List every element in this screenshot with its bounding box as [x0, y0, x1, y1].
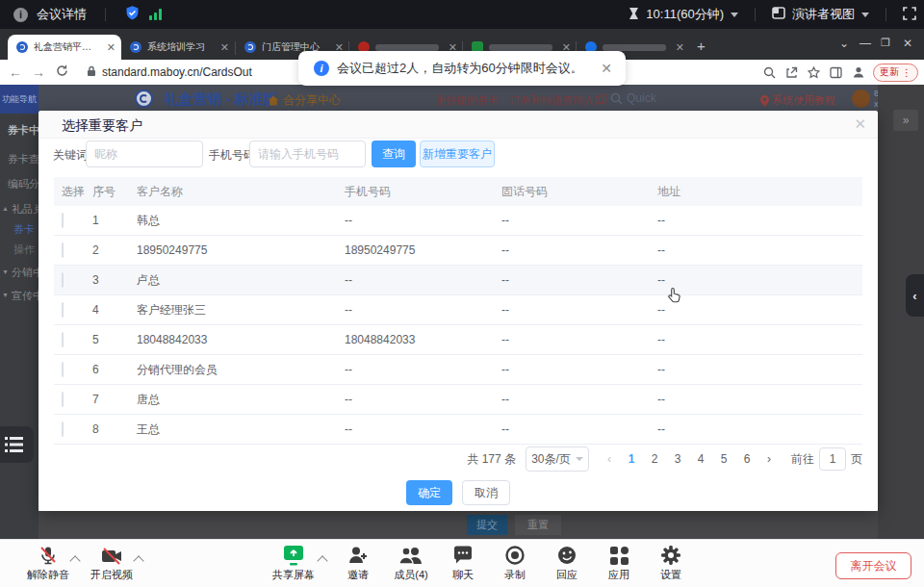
page-size-select[interactable]: 30条/页 [526, 447, 589, 472]
window-restore-button[interactable]: ❐ [881, 37, 890, 49]
reload-icon[interactable] [50, 64, 73, 80]
tab-close-icon[interactable]: ✕ [220, 42, 229, 53]
row-checkbox[interactable] [62, 362, 64, 377]
tab-favicon [130, 41, 141, 53]
window-close-button[interactable]: ✕ [903, 37, 912, 50]
page-1[interactable]: 1 [622, 452, 641, 466]
members-button[interactable]: 成员(4) [380, 544, 442, 582]
tab-close-icon[interactable]: ✕ [107, 42, 116, 53]
caret-down-icon[interactable]: ▼ [2, 268, 9, 275]
meeting-info-icon[interactable]: i [13, 8, 28, 22]
settings-button[interactable]: 设置 [642, 544, 700, 582]
page-3[interactable]: 3 [668, 452, 687, 466]
panel-collapse-button[interactable]: ‹ [906, 274, 924, 317]
row-checkbox[interactable] [62, 421, 64, 437]
sidebar-item-promotion[interactable]: 宣传中 [12, 289, 38, 303]
page-2[interactable]: 2 [645, 452, 664, 466]
timer-dropdown-icon[interactable] [731, 13, 738, 17]
profile-icon[interactable] [851, 65, 865, 80]
avatar[interactable] [852, 89, 870, 108]
row-checkbox[interactable] [62, 242, 64, 258]
search-button[interactable]: 查询 [372, 140, 416, 167]
close-icon[interactable]: ✕ [854, 115, 866, 133]
sidebar-item-coupon-active[interactable]: 券卡 [13, 222, 35, 237]
sidebar-item-distribution[interactable]: 分销中 [12, 266, 38, 280]
toast-close-icon[interactable]: ✕ [587, 61, 626, 76]
phone-input[interactable] [249, 140, 366, 167]
meeting-timer[interactable]: 10:11(60分钟) [646, 6, 724, 23]
lock-icon[interactable] [87, 65, 96, 80]
tab-close-icon[interactable]: ✕ [676, 42, 684, 53]
bookmark-star-icon[interactable] [807, 65, 821, 80]
share-screen-icon [282, 544, 305, 566]
expand-panel-button[interactable]: » [893, 110, 918, 131]
invite-button[interactable]: 邀请 [329, 544, 387, 582]
start-video-button[interactable]: 开启视频 [73, 544, 150, 582]
confirm-button[interactable]: 确定 [406, 480, 452, 505]
caret-up-icon[interactable]: ▲ [2, 205, 9, 212]
record-button[interactable]: 录制 [486, 544, 544, 582]
agenda-list-button[interactable] [0, 426, 34, 463]
browser-tab-2[interactable]: 系统培训学习 ✕ [121, 35, 235, 60]
table-header-row: 选择 序号 客户名称 手机号码 固话号码 地址 [54, 177, 862, 206]
share-page-icon[interactable] [784, 65, 799, 80]
shield-check-icon[interactable] [124, 5, 141, 24]
back-icon[interactable]: ← [4, 64, 27, 80]
prev-page-icon[interactable]: ‹ [601, 452, 618, 466]
network-signal-icon[interactable] [149, 9, 162, 20]
page-4[interactable]: 4 [691, 452, 710, 466]
sidebar-item-gift-redeem[interactable]: 礼品兑 [12, 202, 38, 217]
fullscreen-icon[interactable] [903, 7, 916, 23]
members-icon [398, 544, 424, 566]
tutorial-link[interactable]: 系统使用教程 [760, 93, 835, 108]
row-checkbox[interactable] [62, 302, 64, 318]
quick-search[interactable]: Quick [599, 91, 656, 105]
sidebar-item-operation[interactable]: 操作 [13, 242, 35, 257]
browser-update-button[interactable]: 更新 ⋮ [873, 64, 918, 82]
caret-down-icon[interactable]: ▼ [2, 292, 9, 298]
add-customer-button[interactable]: 新增重要客户 [420, 140, 495, 167]
view-dropdown-icon[interactable] [861, 13, 869, 17]
apps-button[interactable]: 应用 [590, 544, 648, 582]
background-reset-button[interactable]: 重置 [515, 515, 561, 535]
meeting-details-label[interactable]: 会议详情 [37, 6, 87, 23]
page-5[interactable]: 5 [714, 452, 733, 466]
row-checkbox[interactable] [62, 392, 64, 407]
chat-button[interactable]: 聊天 [434, 544, 492, 582]
side-panel-icon[interactable] [829, 65, 843, 80]
sidebar-item-coupon-query[interactable]: 券卡查 [8, 152, 38, 166]
pagination: 共 177 条 30条/页 ‹ 1 2 3 4 5 6 › 前往 页 [467, 445, 862, 473]
phone-label: 手机号码 [209, 147, 255, 164]
app-header: 功能导航 礼盒营销 - 标准版 合分享中心 更快捷的券卡、订单和快递查询入口 Q… [0, 85, 924, 114]
leave-meeting-button[interactable]: 离开会议 [835, 552, 911, 579]
url-text[interactable]: standard.maboy.cn/CardsOut [102, 65, 252, 79]
share-screen-button[interactable]: 共享屏幕 [255, 544, 332, 582]
cancel-button[interactable]: 取消 [462, 480, 510, 505]
new-tab-button[interactable]: + [697, 38, 706, 55]
row-checkbox[interactable] [62, 213, 64, 228]
forward-icon[interactable]: → [27, 64, 50, 80]
sidebar-item-coupon-center[interactable]: 券卡中 [8, 123, 38, 138]
view-mode-selector[interactable]: 演讲者视图 [792, 6, 855, 23]
row-checkbox[interactable] [62, 332, 64, 347]
kebab-menu-icon[interactable]: ⋮ [902, 67, 911, 78]
keyword-input[interactable] [86, 140, 203, 167]
background-submit-button[interactable]: 提交 [467, 515, 507, 535]
zoom-page-icon[interactable] [762, 65, 777, 80]
gear-icon [660, 544, 681, 566]
video-options-chevron-icon[interactable] [133, 555, 143, 566]
window-minimize-button[interactable]: — [860, 37, 871, 50]
sidebar-item-code[interactable]: 编码分 [8, 177, 38, 191]
table-row: 3 卢总 -- -- -- [54, 266, 862, 295]
tab-favicon [244, 41, 256, 53]
tab-search-icon[interactable]: ⌄ [839, 37, 849, 50]
page-6[interactable]: 6 [737, 452, 757, 466]
share-options-chevron-icon[interactable] [317, 555, 327, 566]
browser-tab-1[interactable]: 礼盒营销平台管理中心 ✕ [8, 35, 121, 60]
reactions-button[interactable]: 回应 [538, 544, 596, 582]
nav-toggle-button[interactable]: 功能导航 [0, 85, 38, 114]
goto-page-input[interactable] [819, 447, 846, 471]
row-checkbox[interactable] [62, 272, 64, 288]
next-page-icon[interactable]: › [760, 452, 778, 466]
share-center-link[interactable]: 合分享中心 [268, 92, 341, 109]
